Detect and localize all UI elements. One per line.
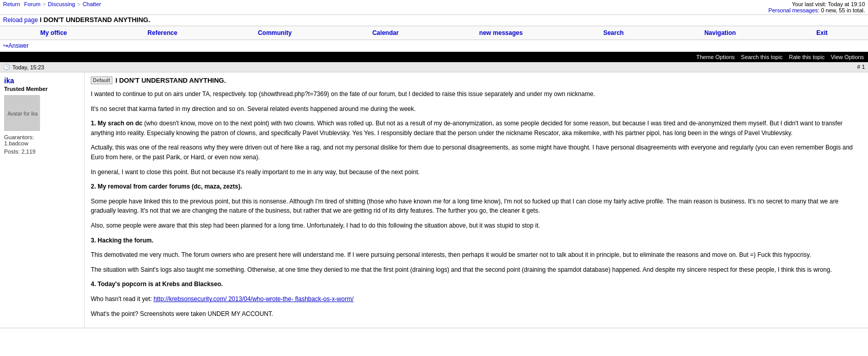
answer-link[interactable]: ↪Answer (3, 42, 29, 49)
user-rank: Trusted Member (4, 86, 80, 92)
krebs-link[interactable]: http://krebsonsecurity.com/ 2013/04/who-… (153, 295, 353, 303)
posts-line: Posts: 2,119 (4, 148, 80, 155)
section1-para: 1. My srach on dc (who doesn't know, mov… (91, 119, 862, 138)
page-title: I DON'T UNDERSTAND ANYTHING. (40, 16, 150, 24)
nav-navigation[interactable]: Navigation (704, 29, 736, 36)
personal-messages-link[interactable]: Personal messages (768, 7, 818, 13)
top-bar: Return Forum > Discussing > Chatter Your… (0, 0, 868, 15)
section1-rest: (who doesn't know, move on to the next p… (91, 120, 842, 137)
section1-closing: In general, I want to close this point. … (91, 167, 862, 177)
breadcrumb: Return Forum > Discussing > Chatter (3, 1, 101, 7)
guarantors-value: 1.badcow (4, 140, 28, 146)
search-topic-link[interactable]: Search this topic (741, 54, 782, 60)
section4-title: 4. Today's popcorn is at Krebs and Black… (91, 280, 223, 288)
para-section3-2: The situation with Saint's logs also tau… (91, 265, 862, 275)
main-nav: My office Reference Community Calendar n… (0, 26, 868, 40)
theme-options-link[interactable]: Theme Options (696, 54, 735, 60)
post-number-link[interactable]: 1 (862, 64, 865, 70)
who-hasnt: Who hasn't read it yet: (91, 295, 153, 303)
post-header: 🕒 Today, 15:23 # 1 (0, 62, 868, 72)
chatter-link[interactable]: Chatter (83, 1, 101, 7)
avatar-placeholder: Avatar for ika (5, 96, 40, 131)
post-number-label: # (857, 64, 860, 70)
para-section2-2: Also, some people were aware that this s… (91, 221, 862, 231)
rate-topic-link[interactable]: Rate this topic (789, 54, 825, 60)
nav-exit[interactable]: Exit (816, 29, 827, 36)
para-section4-link: Who hasn't read it yet: http://krebsonse… (91, 294, 862, 304)
section4-title-para: 4. Today's popcorn is at Krebs and Black… (91, 279, 862, 289)
section2-title: 2. My removal from carder forums (dc, ma… (91, 183, 242, 190)
section1-title: 1. My srach on dc (91, 120, 143, 127)
post-area: ika Trusted Member Avatar for ika Guaran… (0, 72, 868, 328)
nav-new-messages[interactable]: new messages (479, 29, 523, 36)
section3-title: 3. Hacking the forum. (91, 237, 153, 244)
discussing-link[interactable]: Discussing (48, 1, 75, 7)
personal-messages-detail: : 0 new, 55 in total. (818, 7, 865, 13)
section3-title-para: 3. Hacking the forum. (91, 236, 862, 246)
personal-messages-line: Personal messages: 0 new, 55 in total. (768, 7, 865, 13)
post-title: Default I DON'T UNDERSTAND ANYTHING. (91, 77, 862, 84)
user-meta: Guarantors: 1.badcow Posts: 2,119 (4, 134, 80, 155)
post-number: # 1 (857, 64, 865, 70)
post-content: Default I DON'T UNDERSTAND ANYTHING. I w… (85, 72, 868, 328)
last-visit-text: Your last visit: Today at 19:10 (768, 1, 865, 7)
section1-extra: Actually, this was one of the real reaso… (91, 143, 862, 162)
default-icon: Default (91, 77, 112, 84)
guarantors-line: Guarantors: 1.badcow (4, 134, 80, 146)
return-link[interactable]: Return (3, 1, 20, 7)
nav-community[interactable]: Community (258, 29, 292, 36)
para-1: I wanted to continue to put on airs unde… (91, 89, 862, 99)
user-column: ika Trusted Member Avatar for ika Guaran… (0, 72, 85, 328)
avatar: Avatar for ika (4, 95, 40, 131)
reload-link[interactable]: Reload page (3, 16, 38, 24)
username[interactable]: ika (4, 77, 80, 85)
forum-link[interactable]: Forum (24, 1, 41, 7)
posts-label: Posts: (4, 148, 20, 155)
top-bar-right: Your last visit: Today at 19:10 Personal… (768, 1, 865, 13)
post-body: I wanted to continue to put on airs unde… (91, 89, 862, 318)
post-heading: I DON'T UNDERSTAND ANYTHING. (115, 77, 226, 84)
post-header-left: 🕒 Today, 15:23 (3, 64, 44, 70)
post-date: Today, 15:23 (12, 64, 44, 70)
page-title-bar: Reload page I DON'T UNDERSTAND ANYTHING. (0, 15, 868, 26)
para-section4-screenshots: What's the point? Screenshots were taken… (91, 309, 862, 319)
para-section3-1: This demotivated me very much. The forum… (91, 250, 862, 260)
para-section2-1: Some people have linked this to the prev… (91, 197, 862, 216)
old-icon: 🕒 (3, 64, 10, 70)
thread-options-bar: Theme Options Search this topic Rate thi… (0, 52, 868, 62)
nav-reference[interactable]: Reference (148, 29, 177, 36)
nav-calendar[interactable]: Calendar (372, 29, 399, 36)
view-options-link[interactable]: View Options (831, 54, 864, 60)
nav-my-office[interactable]: My office (41, 29, 67, 36)
para-2: It's no secret that karma farted in my d… (91, 104, 862, 114)
sep2: > (43, 1, 46, 7)
answer-bar: ↪Answer (0, 40, 868, 52)
posts-value: 2,119 (22, 148, 36, 155)
guarantors-label: Guarantors: (4, 134, 34, 140)
section2-title-para: 2. My removal from carder forums (dc, ma… (91, 182, 862, 192)
sep3: > (77, 1, 80, 7)
nav-search[interactable]: Search (603, 29, 624, 36)
